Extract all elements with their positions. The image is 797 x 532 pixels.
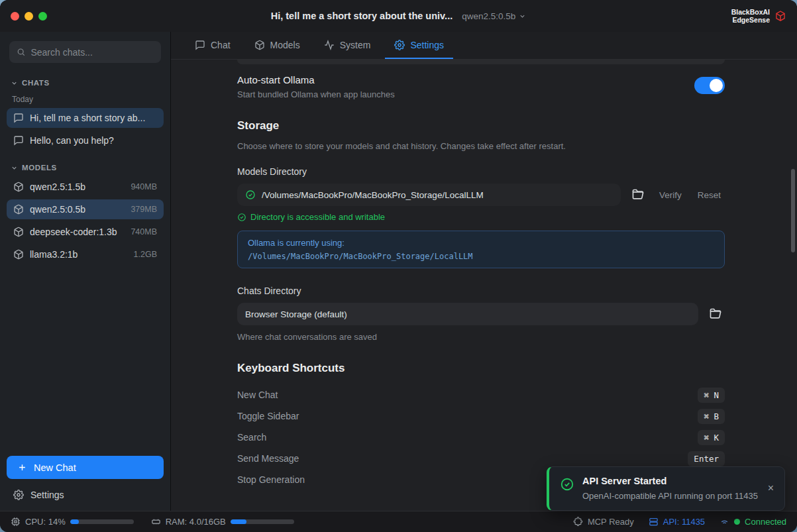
- model-size: 740MB: [131, 227, 157, 237]
- connected-dot-icon: [734, 519, 740, 525]
- traffic-lights: [11, 12, 47, 21]
- model-cube-icon: [13, 204, 24, 215]
- vertical-scrollbar-thumb[interactable]: [791, 169, 795, 252]
- close-window-button[interactable]: [11, 12, 19, 21]
- shortcut-action: Search: [237, 432, 266, 443]
- chats-group-today: Today: [0, 91, 170, 107]
- models-section-label: MODELS: [22, 164, 57, 172]
- toast-close-button[interactable]: ×: [767, 476, 775, 501]
- chat-bubble-icon: [13, 135, 24, 146]
- autostart-title: Auto-start Ollama: [237, 74, 395, 85]
- storage-heading: Storage: [237, 119, 725, 133]
- chats-directory-input[interactable]: Browser Storage (default): [237, 303, 698, 325]
- sidebar-settings-button[interactable]: Settings: [0, 483, 170, 511]
- model-size: 1.2GB: [134, 250, 157, 259]
- models-section-header[interactable]: MODELS: [0, 160, 170, 176]
- models-directory-value: /Volumes/MacBookPro/MacBookPro_Storage/L…: [262, 190, 484, 200]
- browse-models-directory-button[interactable]: [629, 186, 647, 204]
- brand: BlackBoxAI EdgeSense: [731, 8, 786, 24]
- folder-open-icon: [631, 188, 645, 201]
- search-icon: [17, 47, 25, 57]
- mcp-status-text: MCP Ready: [588, 517, 634, 527]
- model-list-item[interactable]: qwen2.5:0.5b 379MB: [7, 199, 164, 219]
- gear-icon: [13, 490, 24, 500]
- connection-status-text: Connected: [745, 517, 786, 527]
- folder-open-icon: [709, 307, 722, 321]
- new-chat-button[interactable]: New Chat: [7, 456, 164, 479]
- ollama-path-info-box: Ollama is currently using: /Volumes/MacB…: [237, 231, 725, 268]
- activity-icon: [324, 40, 335, 50]
- shortcuts-heading: Keyboard Shortcuts: [237, 362, 725, 375]
- shortcut-action: Toggle Sidebar: [237, 411, 299, 421]
- chat-bubble-icon: [13, 113, 24, 123]
- cpu-status: CPU: 14%: [11, 517, 134, 527]
- minimize-window-button[interactable]: [25, 12, 33, 21]
- cpu-meter: [70, 519, 134, 524]
- chats-section-header[interactable]: CHATS: [0, 75, 170, 91]
- brand-line1: BlackBoxAI: [731, 8, 770, 16]
- autostart-setting: Auto-start Ollama Start bundled Ollama w…: [237, 74, 725, 99]
- model-size: 379MB: [131, 205, 157, 214]
- sidebar-settings-label: Settings: [30, 490, 64, 500]
- tab-models[interactable]: Models: [245, 32, 309, 59]
- shortcut-action: Send Message: [237, 453, 299, 464]
- model-list-item[interactable]: qwen2.5:1.5b 940MB: [7, 177, 164, 197]
- tab-system[interactable]: System: [315, 32, 380, 59]
- brand-cube-icon: [774, 10, 786, 22]
- chat-list-item[interactable]: Hi, tell me a short story ab...: [7, 108, 164, 128]
- shortcut-row: Toggle Sidebar ⌘ B: [237, 405, 725, 427]
- shortcut-row: New Chat ⌘ N: [237, 384, 725, 405]
- check-circle-icon: [560, 477, 574, 492]
- tab-settings[interactable]: Settings: [385, 32, 453, 59]
- models-directory-label: Models Directory: [237, 166, 725, 177]
- toast-notification: API Server Started OpenAI-compatible API…: [547, 466, 785, 511]
- chats-directory-label: Chats Directory: [237, 286, 725, 296]
- window-title: Hi, tell me a short story about the univ…: [271, 11, 452, 21]
- search-chats-input[interactable]: [30, 47, 154, 58]
- chat-list-item[interactable]: Hello, can you help?: [7, 131, 164, 150]
- ram-icon: [151, 517, 161, 527]
- connection-status: Connected: [719, 517, 786, 527]
- models-directory-input[interactable]: /Volumes/MacBookPro/MacBookPro_Storage/L…: [237, 184, 621, 206]
- model-selector-dropdown[interactable]: qwen2.5:0.5b: [462, 11, 526, 21]
- check-circle-icon: [237, 213, 246, 222]
- ram-label: RAM: 4.0/16GB: [166, 517, 226, 527]
- info-box-path: /Volumes/MacBookPro/MacBookPro_Storage/L…: [248, 252, 714, 261]
- chevron-down-icon: [519, 13, 526, 20]
- chat-title: Hello, can you help?: [30, 135, 114, 146]
- ram-status: RAM: 4.0/16GB: [151, 517, 294, 527]
- api-status-text: API: 11435: [663, 517, 705, 527]
- tab-label: Settings: [410, 40, 444, 50]
- cpu-icon: [11, 517, 21, 527]
- model-selector-value: qwen2.5:0.5b: [462, 11, 515, 21]
- check-circle-icon: [245, 189, 256, 200]
- app-window: Hi, tell me a short story about the univ…: [0, 0, 797, 532]
- api-status: API: 11435: [649, 517, 705, 527]
- storage-description: Choose where to store your models and ch…: [237, 141, 725, 151]
- shortcut-action: New Chat: [237, 390, 278, 400]
- chevron-down-icon: [11, 164, 18, 172]
- plus-icon: [17, 462, 27, 472]
- tab-chat[interactable]: Chat: [186, 32, 240, 59]
- cube-icon: [254, 40, 265, 50]
- verify-button[interactable]: Verify: [655, 187, 686, 203]
- model-cube-icon: [13, 227, 24, 237]
- mcp-status: MCP Ready: [573, 517, 634, 527]
- wifi-icon: [719, 517, 729, 527]
- autostart-toggle[interactable]: [694, 77, 725, 94]
- reset-button[interactable]: Reset: [694, 187, 725, 203]
- shortcut-keys: ⌘ B: [698, 409, 725, 424]
- settings-scroll-area: Auto-start Ollama Start bundled Ollama w…: [171, 60, 797, 511]
- shortcut-keys: Enter: [688, 451, 725, 466]
- tab-label: Chat: [211, 40, 231, 50]
- maximize-window-button[interactable]: [38, 12, 47, 21]
- toast-title: API Server Started: [582, 476, 758, 486]
- model-name: llama3.2:1b: [30, 249, 78, 260]
- tab-label: System: [340, 40, 371, 50]
- model-list-item[interactable]: llama3.2:1b 1.2GB: [7, 244, 164, 264]
- mcp-plug-icon: [573, 517, 583, 527]
- model-list-item[interactable]: deepseek-coder:1.3b 740MB: [7, 222, 164, 242]
- model-cube-icon: [13, 182, 24, 192]
- sidebar: CHATS Today Hi, tell me a short story ab…: [0, 32, 171, 511]
- browse-chats-directory-button[interactable]: [706, 305, 725, 323]
